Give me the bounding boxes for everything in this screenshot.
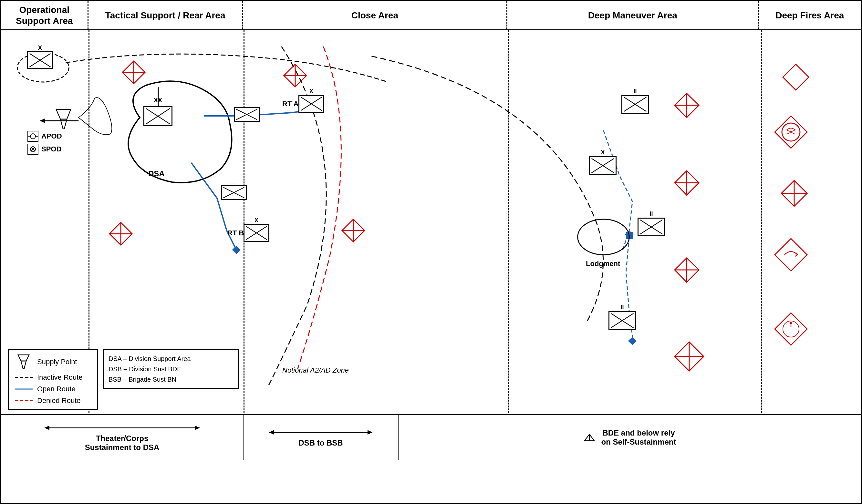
enemy-diamond-8: [673, 340, 705, 373]
enemy-diamond-dfa-4: [773, 237, 809, 273]
legend-inactive-route: Inactive Route: [14, 373, 92, 382]
zone-header-tsr: Tactical Support / Rear Area: [89, 1, 243, 29]
svg-marker-83: [195, 426, 199, 430]
unit-dma-mid: X: [589, 156, 616, 175]
svg-marker-69: [775, 239, 807, 271]
apod-spod-area: APOD SPOD: [27, 130, 62, 155]
supply-point-osa: [55, 108, 72, 130]
bottom-section-theater: Theater/CorpsSustainment to DSA: [1, 415, 244, 460]
header-row: Operational Support Area Tactical Suppor…: [1, 1, 861, 30]
bottom-section-dsb: DSB to BSB: [244, 415, 399, 460]
spod-item: SPOD: [27, 143, 62, 155]
notional-zone-label: Notional A2/AD Zone: [282, 366, 349, 374]
bottom-text-dsb: DSB to BSB: [298, 438, 343, 448]
svg-marker-64: [775, 116, 807, 148]
svg-point-65: [782, 123, 800, 141]
unit-dma-top: II: [622, 95, 649, 114]
rt-b-label: RT B: [227, 229, 244, 237]
svg-point-7: [578, 219, 629, 255]
svg-marker-76: [18, 355, 29, 361]
divider-4: [761, 30, 762, 460]
legend-denied-route-label: Denied Route: [37, 397, 81, 405]
bottom-text-bde: BDE and below relyon Self-Sustainment: [583, 428, 676, 447]
svg-marker-3: [628, 337, 637, 345]
abbrev-box: DSA – Division Support Area DSB – Divisi…: [103, 349, 239, 389]
zone-header-osa: Operational Support Area: [1, 1, 89, 29]
zone-label-ca: Close Area: [351, 10, 398, 21]
legend-supply-point-label: Supply Point: [37, 358, 77, 366]
enemy-diamond-5: [673, 92, 701, 119]
svg-marker-70: [775, 313, 807, 345]
unit-rt-b: X: [244, 224, 269, 242]
enemy-diamond-6: [673, 169, 701, 197]
legend-supply-point-symbol: [14, 354, 33, 370]
enemy-diamond-4: [340, 217, 366, 243]
main-container: Operational Support Area Tactical Suppor…: [0, 0, 862, 504]
unit-dma-lower-r: II: [638, 217, 665, 236]
abbrev-line-3: BSB – Brigade Sust BN: [108, 374, 233, 385]
legend-box: Supply Point Inactive Route Open Route: [8, 349, 98, 410]
apod-item: APOD: [27, 130, 62, 142]
legend-open-route-symbol: [14, 387, 33, 391]
unit-rt-a: X: [298, 95, 324, 113]
dsa-label: DSA: [148, 169, 165, 178]
enemy-diamond-7: [673, 256, 701, 284]
zone-header-dfa: Deep Fires Area: [759, 1, 861, 29]
enemy-diamond-dfa-2: [773, 114, 809, 150]
svg-marker-2: [625, 230, 634, 238]
legend-denied-route-symbol: [14, 398, 33, 403]
bottom-arrow-theater: [41, 423, 203, 433]
svg-marker-73: [789, 321, 793, 324]
legend-inactive-route-symbol: [14, 375, 33, 380]
divider-3: [508, 30, 509, 460]
divider-2: [244, 30, 245, 460]
unit-dsb-a: ···: [234, 107, 260, 122]
svg-marker-85: [269, 430, 274, 435]
lodgment-label: Lodgment: [586, 260, 620, 268]
map-area: X XX DSA: [1, 30, 861, 460]
bottom-text-theater: Theater/CorpsSustainment to DSA: [85, 434, 159, 452]
zone-header-dma: Deep Maneuver Area: [507, 1, 759, 29]
legend-open-route-label: Open Route: [37, 385, 76, 393]
legend-open-route: Open Route: [14, 385, 92, 393]
enemy-diamond-2: [108, 221, 134, 247]
svg-rect-4: [626, 232, 633, 239]
unit-dsb-b: ···: [221, 185, 247, 200]
zone-label-dfa: Deep Fires Area: [775, 10, 844, 21]
zone-header-ca: Close Area: [243, 1, 507, 29]
unit-dma-bottom: II: [609, 311, 636, 330]
enemy-diamond-dfa-5: [773, 311, 809, 347]
svg-marker-63: [783, 64, 809, 90]
rt-a-label: RT A: [282, 100, 299, 108]
enemy-diamond-dfa-1: [781, 63, 810, 92]
abbrev-line-2: DSB – Division Sust BDE: [108, 364, 233, 374]
zone-label-tsr: Tactical Support / Rear Area: [105, 10, 225, 21]
zone-label-osa: Operational Support Area: [4, 4, 85, 26]
bottom-arrow-dsb: [266, 427, 376, 437]
zone-label-dma: Deep Maneuver Area: [588, 10, 677, 21]
svg-marker-74: [56, 109, 71, 119]
unit-corps-osa: X: [27, 51, 53, 69]
svg-marker-77: [21, 361, 26, 368]
bottom-section-bde: BDE and below relyon Self-Sustainment: [399, 415, 861, 460]
svg-marker-1: [232, 246, 240, 254]
svg-marker-6: [40, 119, 45, 123]
svg-marker-86: [367, 430, 373, 435]
svg-marker-82: [44, 426, 49, 430]
svg-marker-75: [61, 119, 67, 129]
enemy-diamond-3: [282, 63, 308, 89]
unit-corps-dsa: XX: [143, 106, 172, 126]
enemy-diamond-dfa-3: [780, 179, 809, 208]
svg-point-22: [30, 134, 36, 139]
abbrev-line-1: DSA – Division Support Area: [108, 354, 233, 364]
legend-supply-point: Supply Point: [14, 354, 92, 370]
legend-denied-route: Denied Route: [14, 397, 92, 405]
bottom-bar: Theater/CorpsSustainment to DSA DSB to B…: [1, 414, 861, 460]
enemy-diamond-1: [121, 59, 147, 85]
legend-inactive-route-label: Inactive Route: [37, 373, 83, 382]
